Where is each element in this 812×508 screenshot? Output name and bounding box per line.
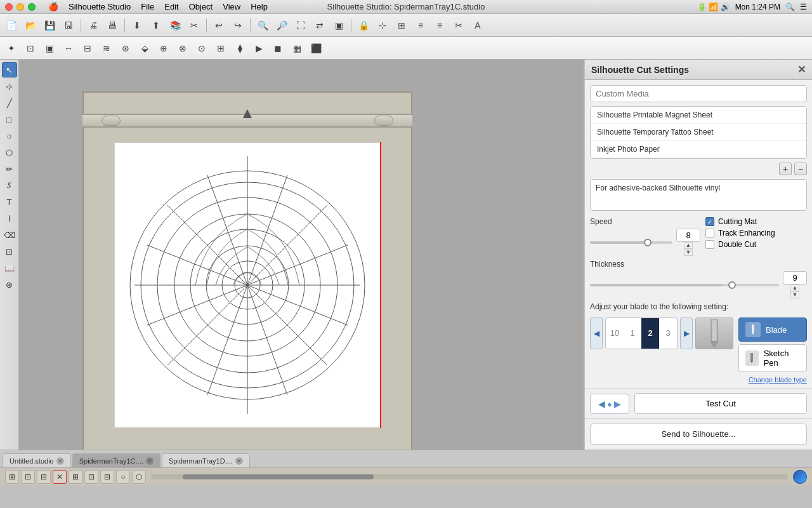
zoom-in-btn[interactable]: 🔎 <box>273 17 291 34</box>
speed-value-input[interactable] <box>676 229 700 242</box>
spotlight-icon[interactable]: 🔍 <box>785 3 795 11</box>
text-tool-btn[interactable]: T <box>2 194 17 210</box>
track-enhancing-checkbox[interactable] <box>705 229 714 237</box>
open-btn[interactable]: 📂 <box>22 17 39 34</box>
bt-move-btn[interactable]: ⊡ <box>21 470 35 484</box>
photo-panel-btn[interactable]: ▦ <box>288 39 306 57</box>
bt-minus-btn[interactable]: ⊟ <box>37 470 51 484</box>
mirror-btn[interactable]: ⇄ <box>311 17 329 34</box>
menu-extras-icon[interactable]: ☰ <box>800 3 807 11</box>
thickness-slider-thumb[interactable] <box>728 281 736 289</box>
thickness-down-arrow[interactable]: ▼ <box>790 291 800 298</box>
ellipse-tool-btn[interactable]: ○ <box>2 128 17 144</box>
media-item-magnet[interactable]: Silhouette Printable Magnet Sheet <box>591 107 806 124</box>
menu-view[interactable]: View <box>223 2 240 11</box>
print2-btn[interactable]: 🖶 <box>103 17 121 34</box>
layers-panel-btn[interactable]: ≋ <box>98 39 115 57</box>
import-btn[interactable]: ⬇ <box>128 17 146 34</box>
panel-close-btn[interactable]: ✕ <box>797 64 806 76</box>
transform-panel-btn[interactable]: ↔ <box>60 39 77 57</box>
node-tool-btn[interactable]: ⊹ <box>2 79 17 94</box>
bt-group-btn[interactable]: ⊞ <box>69 470 82 484</box>
mat-btn[interactable]: ▣ <box>330 17 348 34</box>
3d-panel-btn[interactable]: ⧫ <box>231 39 249 57</box>
crop-tool-btn[interactable]: ⊡ <box>2 244 17 259</box>
thickness-slider-track[interactable] <box>590 284 779 286</box>
undo-btn[interactable]: ↩ <box>210 17 228 34</box>
redo-btn[interactable]: ↪ <box>229 17 247 34</box>
bt-circle-btn[interactable]: ○ <box>116 470 130 484</box>
select-tool-btn[interactable]: ↖ <box>2 62 17 77</box>
trace-panel-btn[interactable]: ⊙ <box>193 39 211 57</box>
fill-panel-btn[interactable]: ⊕ <box>155 39 173 57</box>
remove-media-btn[interactable]: − <box>794 163 807 175</box>
minimize-window-btn[interactable] <box>16 3 24 11</box>
line-tool-btn[interactable]: ╱ <box>2 95 17 110</box>
media-input-field[interactable] <box>590 85 807 102</box>
sketch-panel-btn[interactable]: ⬛ <box>307 39 325 57</box>
grid-btn[interactable]: ⊞ <box>393 17 410 34</box>
scissors-btn[interactable]: ✂ <box>450 17 468 34</box>
speed-slider-thumb[interactable] <box>644 239 652 246</box>
bezier-tool-btn[interactable]: 𝑆 <box>2 178 17 193</box>
save-btn[interactable]: 💾 <box>41 17 58 34</box>
fullscreen-window-btn[interactable] <box>28 3 36 11</box>
select-panel-btn[interactable]: ✦ <box>3 39 20 57</box>
menu-object[interactable]: Object <box>189 2 213 11</box>
menu-appname[interactable]: Silhouette Studio <box>69 2 131 11</box>
cut-btn[interactable]: ✂ <box>185 17 203 34</box>
stamp-tool-btn[interactable]: ⊛ <box>2 277 17 292</box>
polygon-tool-btn[interactable]: ⬡ <box>2 145 17 160</box>
send-panel-btn[interactable]: ▶ <box>250 39 268 57</box>
tab-spiderman1d[interactable]: SpidermanTray1D.... ✕ <box>162 453 250 467</box>
menu-apple[interactable]: 🍎 <box>48 2 58 11</box>
pointer-panel-btn[interactable]: ⊛ <box>117 39 134 57</box>
replicate-panel-btn[interactable]: ⊞ <box>212 39 230 57</box>
menu-file[interactable]: File <box>141 2 154 11</box>
new-btn[interactable]: 📄 <box>3 17 20 34</box>
rect-tool-btn[interactable]: □ <box>2 112 17 127</box>
weld-panel-btn[interactable]: ⊗ <box>174 39 192 57</box>
blade-tool-option[interactable]: Blade <box>738 318 807 342</box>
horizontal-scrollbar[interactable] <box>151 474 788 479</box>
bt-ungroup-btn[interactable]: ⊡ <box>84 470 98 484</box>
text-btn[interactable]: A <box>469 17 487 34</box>
align-center-btn[interactable]: ≡ <box>431 17 449 34</box>
align-panel-btn[interactable]: ⊟ <box>79 39 96 57</box>
saveas-btn[interactable]: 🖫 <box>60 17 77 34</box>
test-cut-button[interactable]: Test Cut <box>634 393 807 414</box>
align-left-btn[interactable]: ≡ <box>412 17 429 34</box>
zoom-out-btn[interactable]: 🔍 <box>254 17 272 34</box>
bt-weld-btn[interactable]: ⊟ <box>100 470 114 484</box>
media-item-tattoo[interactable]: Silhouette Temporary Tattoo Sheet <box>591 124 806 141</box>
send-to-silhouette-button[interactable]: Send to Silhouette... <box>590 424 807 444</box>
tab-spiderman1d-close[interactable]: ✕ <box>235 457 243 465</box>
bt-delete-btn[interactable]: ✕ <box>53 470 67 484</box>
media-panel-btn[interactable]: ◼ <box>269 39 287 57</box>
tab-untitled-close[interactable]: ✕ <box>56 457 64 465</box>
color-panel-btn[interactable]: ⬙ <box>136 39 154 57</box>
blade-left-btn[interactable]: ◀ <box>590 318 603 349</box>
library-btn[interactable]: 📚 <box>166 17 184 34</box>
menu-edit[interactable]: Edit <box>164 2 178 11</box>
snap-panel-btn[interactable]: ⊡ <box>22 39 39 57</box>
zoom-fit-btn[interactable]: ⛶ <box>292 17 310 34</box>
menu-help[interactable]: Help <box>251 2 268 11</box>
tab-untitled[interactable]: Untitled.studio ✕ <box>3 453 71 467</box>
bt-hex-btn[interactable]: ⬡ <box>132 470 146 484</box>
nav-arrows-btn[interactable]: ◀ ⬧ ▶ <box>590 394 629 414</box>
close-window-btn[interactable] <box>5 3 13 11</box>
snap-btn[interactable]: ⊹ <box>374 17 391 34</box>
cut-settings-panel-btn[interactable]: ▣ <box>41 39 58 57</box>
tab-spiderman1c[interactable]: SpidermanTray1C.... ✕ <box>72 453 160 467</box>
eraser-tool-btn[interactable]: ⌫ <box>2 227 17 243</box>
print-btn[interactable]: 🖨 <box>84 17 102 34</box>
knife-tool-btn[interactable]: ⌇ <box>2 211 17 226</box>
thickness-value-input[interactable] <box>783 271 807 284</box>
sketch-pen-tool-option[interactable]: Sketch Pen <box>738 344 807 372</box>
double-cut-checkbox[interactable] <box>705 240 714 249</box>
thickness-up-arrow[interactable]: ▲ <box>790 284 800 291</box>
bt-select-btn[interactable]: ⊞ <box>5 470 19 484</box>
speed-slider-track[interactable] <box>590 241 672 244</box>
tab-spiderman1c-close[interactable]: ✕ <box>146 457 154 465</box>
